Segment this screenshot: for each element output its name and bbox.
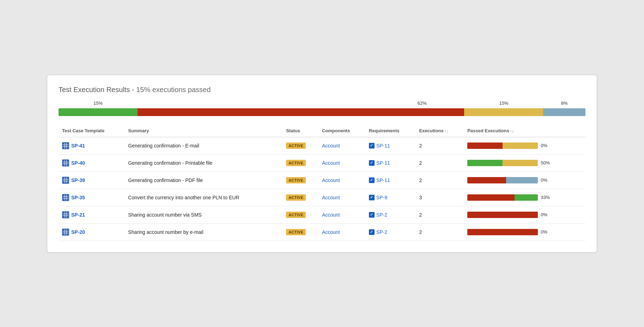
bar-segment (515, 194, 538, 201)
progress-label: 8% (561, 101, 568, 106)
results-card: Test Execution Results - 15% executions … (47, 75, 597, 253)
req-link[interactable]: SP-11 (376, 160, 390, 166)
cell-template: SP-35 (59, 189, 124, 206)
bar-segment (503, 143, 538, 149)
header-row: Test Case TemplateSummaryStatusComponent… (59, 126, 585, 137)
table-header: Test Case TemplateSummaryStatusComponent… (59, 126, 585, 137)
sp-link[interactable]: SP-21 (62, 211, 121, 218)
status-badge: ACTIVE (286, 177, 306, 183)
cell-passed-executions: 33% (464, 189, 585, 206)
sp-grid-icon (62, 177, 69, 184)
passed-pct-label: 0% (541, 177, 551, 183)
table-header-cell: Summary (124, 126, 282, 137)
passed-pct-label: 0% (541, 143, 551, 148)
passed-bar (467, 143, 538, 149)
sp-link[interactable]: SP-40 (62, 159, 121, 166)
progress-label: 15% (93, 101, 103, 106)
title-bold: Test Execution Results (59, 86, 132, 93)
sort-icon[interactable]: ↑↓ (444, 129, 448, 133)
status-badge: ACTIVE (286, 194, 306, 201)
title-normal: - 15% executions passed (132, 86, 211, 93)
req-link[interactable]: SP-11 (376, 177, 390, 183)
table-header-cell: Requirements (365, 126, 416, 137)
table-header-cell: Test Case Template (59, 126, 124, 137)
sp-link[interactable]: SP-35 (62, 194, 121, 201)
req-link[interactable]: SP-11 (376, 143, 390, 149)
progress-bar (59, 108, 585, 116)
cell-component: Account (318, 206, 365, 223)
progress-label: 62% (418, 101, 427, 106)
bar-segment (467, 229, 538, 235)
req-checkbox (369, 160, 375, 166)
passed-bar (467, 212, 538, 218)
component-link[interactable]: Account (322, 212, 340, 218)
passed-pct-label: 33% (541, 195, 551, 200)
cell-component: Account (318, 171, 365, 189)
component-link[interactable]: Account (322, 143, 340, 149)
req-link[interactable]: SP-2 (376, 229, 387, 235)
status-badge: ACTIVE (286, 212, 306, 218)
sp-link[interactable]: SP-20 (62, 229, 121, 236)
cell-executions: 2 (415, 206, 464, 223)
bar-segment (467, 212, 538, 218)
cell-template: SP-21 (59, 206, 124, 223)
passed-bar (467, 194, 538, 201)
table-header-cell: Components (318, 126, 365, 137)
bar-segment (503, 160, 538, 166)
req-link[interactable]: SP-9 (376, 195, 387, 200)
component-link[interactable]: Account (322, 160, 340, 166)
table-row: SP-39Generating confirmation - PDF fileA… (59, 171, 585, 189)
cell-summary: Generating confirmation - Printable file (124, 154, 282, 171)
cell-summary: Generating confirmation - E-mail (124, 137, 282, 154)
cell-requirement: SP-2 (365, 223, 416, 241)
cell-executions: 3 (415, 189, 464, 206)
passed-bar (467, 229, 538, 235)
cell-template: SP-41 (59, 137, 124, 154)
sp-grid-icon (62, 194, 69, 201)
table-row: SP-20Sharing account number by e-mailACT… (59, 223, 585, 241)
req-checkbox (369, 177, 375, 183)
req-checkbox (369, 212, 375, 218)
component-link[interactable]: Account (322, 195, 340, 200)
req-checkbox (369, 143, 375, 149)
cell-summary: Generating confirmation - PDF file (124, 171, 282, 189)
sort-icon[interactable]: ↑↓ (510, 129, 514, 133)
cell-passed-executions: 0% (464, 137, 585, 154)
progress-bar-segment (138, 108, 464, 116)
passed-pct-label: 0% (541, 229, 551, 235)
component-link[interactable]: Account (322, 177, 340, 183)
cell-summary: Sharing account number by e-mail (124, 223, 282, 241)
cell-template: SP-20 (59, 223, 124, 241)
cell-component: Account (318, 189, 365, 206)
cell-status: ACTIVE (282, 206, 318, 223)
cell-requirement: SP-11 (365, 171, 416, 189)
cell-status: ACTIVE (282, 171, 318, 189)
cell-passed-executions: 0% (464, 171, 585, 189)
cell-status: ACTIVE (282, 137, 318, 154)
status-badge: ACTIVE (286, 143, 306, 149)
cell-summary: Sharing account number via SMS (124, 206, 282, 223)
component-link[interactable]: Account (322, 229, 340, 235)
passed-pct-label: 50% (541, 160, 551, 165)
cell-requirement: SP-11 (365, 137, 416, 154)
cell-component: Account (318, 137, 365, 154)
sp-grid-icon (62, 142, 69, 149)
cell-template: SP-40 (59, 154, 124, 171)
bar-segment (506, 177, 538, 183)
cell-template: SP-39 (59, 171, 124, 189)
req-link[interactable]: SP-2 (376, 212, 387, 218)
page-title: Test Execution Results - 15% executions … (59, 85, 585, 94)
sp-link[interactable]: SP-39 (62, 177, 121, 184)
sp-grid-icon (62, 211, 69, 218)
bar-segment (467, 177, 506, 183)
cell-status: ACTIVE (282, 223, 318, 241)
cell-passed-executions: 0% (464, 223, 585, 241)
cell-component: Account (318, 154, 365, 171)
cell-requirement: SP-11 (365, 154, 416, 171)
req-checkbox (369, 229, 375, 235)
progress-bar-segment (464, 108, 543, 116)
sp-link[interactable]: SP-41 (62, 142, 121, 149)
cell-executions: 2 (415, 137, 464, 154)
cell-status: ACTIVE (282, 189, 318, 206)
req-checkbox (369, 195, 375, 200)
